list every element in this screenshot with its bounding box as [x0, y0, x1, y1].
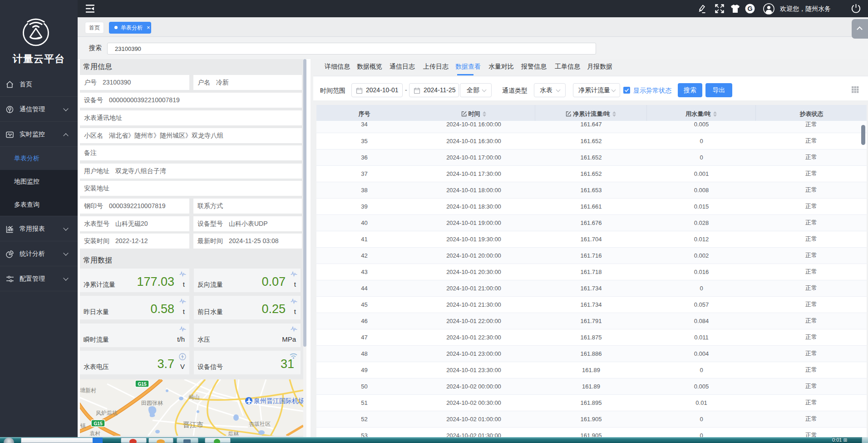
svg-text:袁村: 袁村 [89, 430, 100, 436]
svg-text:风炉后坑: 风炉后坑 [96, 410, 118, 416]
svg-text:晋江市: 晋江市 [183, 421, 203, 428]
svg-text:塘新村: 塘新村 [80, 387, 96, 393]
svg-text:田园张林: 田园张林 [141, 400, 163, 406]
svg-text:后林: 后林 [228, 431, 239, 436]
svg-text:镇: 镇 [80, 423, 86, 429]
svg-text:杏坂社区: 杏坂社区 [249, 421, 271, 427]
svg-text:泉州晋江国际机场: 泉州晋江国际机场 [254, 397, 303, 404]
svg-text:崎山: 崎山 [189, 394, 200, 400]
svg-text:G15: G15 [94, 421, 103, 426]
svg-text:G: G [747, 5, 752, 12]
svg-text:G15: G15 [138, 382, 147, 387]
